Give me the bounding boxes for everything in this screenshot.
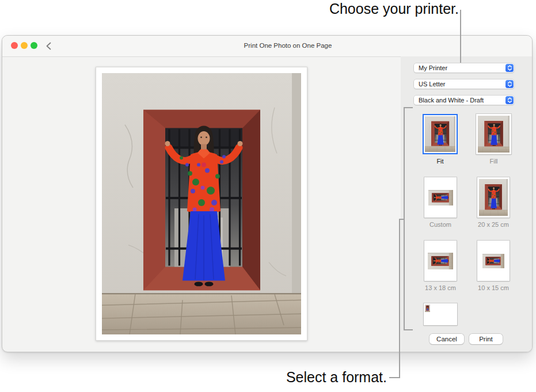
format-thumbnail-20x25: [477, 177, 510, 218]
stepper-icon: [505, 80, 514, 88]
format-label: 13 x 18 cm: [424, 284, 457, 291]
format-thumbnail-custom: [424, 177, 457, 218]
print-quality-select[interactable]: Black and White - Draft: [414, 96, 514, 105]
paper-size-select[interactable]: US Letter: [414, 79, 514, 89]
print-quality-select-value: Black and White - Draft: [419, 96, 484, 105]
format-thumbnail-13x18: [424, 241, 457, 281]
window-title: Print One Photo on One Page: [44, 42, 532, 49]
format-thumbnail-contact: [424, 303, 457, 325]
printer-callout-line: [460, 10, 461, 63]
format-option-fill[interactable]: Fill: [476, 114, 511, 165]
format-callout-line-vertical: [399, 219, 400, 378]
photo-preview: [102, 73, 301, 334]
format-option-custom[interactable]: Custom: [424, 177, 457, 228]
format-callout-text: Select a format.: [286, 369, 387, 386]
format-label: Custom: [424, 221, 457, 228]
stepper-icon: [505, 96, 514, 104]
printer-select-value: My Printer: [419, 63, 447, 73]
format-callout-line-lower: [389, 377, 400, 378]
format-option-fit[interactable]: Fit: [423, 114, 458, 165]
format-option-20x25[interactable]: 20 x 25 cm: [477, 177, 510, 228]
format-thumbnail-10x15: [477, 241, 510, 281]
format-label: Fill: [476, 158, 511, 165]
format-option-10x15[interactable]: 10 x 15 cm: [477, 241, 510, 291]
titlebar: Print One Photo on One Page: [2, 36, 532, 57]
format-callout-line-upper: [399, 219, 405, 220]
paper-size-select-value: US Letter: [419, 79, 445, 89]
print-preview-page: [96, 67, 307, 341]
cancel-button[interactable]: Cancel: [429, 334, 464, 344]
format-option-13x18[interactable]: 13 x 18 cm: [424, 241, 457, 291]
printer-select[interactable]: My Printer: [414, 63, 514, 73]
format-label: 10 x 15 cm: [477, 284, 510, 291]
format-label: 20 x 25 cm: [477, 221, 510, 228]
format-bracket-top-tick: [404, 107, 413, 108]
format-option-contact[interactable]: [424, 303, 457, 325]
format-thumbnail-fill: [476, 114, 511, 154]
print-button[interactable]: Print: [469, 334, 503, 344]
format-bracket-bottom-tick: [404, 329, 413, 330]
printer-callout-text: Choose your printer.: [329, 1, 459, 17]
format-thumbnail-fit: [423, 114, 458, 154]
minimize-window-button[interactable]: [21, 42, 28, 49]
close-window-button[interactable]: [11, 42, 18, 49]
format-label: Fit: [423, 158, 458, 165]
stepper-icon: [505, 64, 514, 72]
zoom-window-button[interactable]: [31, 42, 37, 49]
print-dialog-window: Print One Photo on One Page My Printer U…: [2, 35, 533, 352]
